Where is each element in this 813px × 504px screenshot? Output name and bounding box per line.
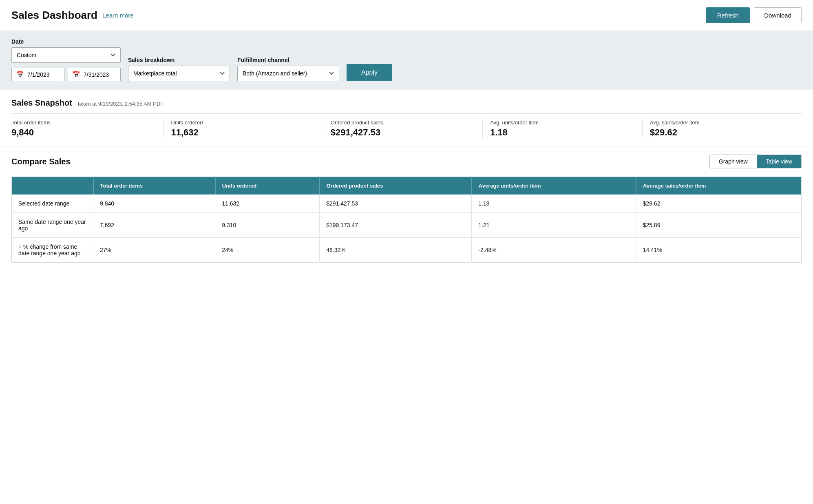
row-cell: -2.48% <box>472 238 636 263</box>
date-inputs: 📅 📅 <box>11 68 121 81</box>
table-header-col: Units ordered <box>215 177 320 195</box>
metric-label: Units ordered <box>171 119 315 126</box>
metric-value: $29.62 <box>650 127 794 138</box>
compare-section: Compare Sales Graph view Table view Tota… <box>0 146 813 274</box>
header-actions: Refresh Download <box>706 7 802 23</box>
view-toggle: Graph view Table view <box>709 155 802 168</box>
row-cell: $291,427.53 <box>320 195 472 213</box>
compare-table: Total order itemsUnits orderedOrdered pr… <box>11 177 802 263</box>
filter-row: Date Custom Today Yesterday Last 7 days … <box>11 38 802 81</box>
row-label: Selected date range <box>12 195 93 213</box>
graph-view-button[interactable]: Graph view <box>710 155 757 168</box>
metric-label: Ordered product sales <box>331 119 475 126</box>
snapshot-timestamp: taken at 9/19/2023, 2:54:35 AM PDT <box>78 101 163 107</box>
metric-item: Avg. units/order item 1.18 <box>490 119 642 138</box>
table-header-col: Ordered product sales <box>320 177 472 195</box>
snapshot-header: Sales Snapshot taken at 9/19/2023, 2:54:… <box>11 98 802 108</box>
row-cell: 24% <box>215 238 320 263</box>
metric-label: Avg. units/order item <box>490 119 634 126</box>
row-cell: 7,692 <box>93 213 215 238</box>
snapshot-section: Sales Snapshot taken at 9/19/2023, 2:54:… <box>0 90 813 146</box>
calendar-end-icon: 📅 <box>72 71 80 78</box>
sales-breakdown-group: Sales breakdown Marketplace total Amazon… <box>128 57 230 81</box>
row-cell: 1.21 <box>472 213 636 238</box>
row-cell: 1.18 <box>472 195 636 213</box>
date-filter-group: Date Custom Today Yesterday Last 7 days … <box>11 38 121 81</box>
snapshot-metrics: Total order items 9,840 Units ordered 11… <box>11 113 802 142</box>
page-header: Sales Dashboard Learn more Refresh Downl… <box>0 0 813 31</box>
date-select[interactable]: Custom Today Yesterday Last 7 days Last … <box>11 47 121 63</box>
end-date-wrap: 📅 <box>68 68 121 81</box>
filter-bar: Date Custom Today Yesterday Last 7 days … <box>0 31 813 90</box>
sales-breakdown-label: Sales breakdown <box>128 57 230 63</box>
fulfillment-label: Fulfillment channel <box>237 57 339 63</box>
table-row: + % change from same date range one year… <box>12 238 802 263</box>
metric-item: Ordered product sales $291,427.53 <box>331 119 483 138</box>
table-row: Same date range one year ago7,6929,310$1… <box>12 213 802 238</box>
row-cell: $199,173.47 <box>320 213 472 238</box>
row-cell: 46.32% <box>320 238 472 263</box>
table-header-col: Average sales/order item <box>636 177 801 195</box>
apply-button[interactable]: Apply <box>347 64 392 81</box>
refresh-button[interactable]: Refresh <box>706 7 750 23</box>
table-view-button[interactable]: Table view <box>757 155 801 168</box>
table-header-col: Total order items <box>93 177 215 195</box>
row-cell: $29.62 <box>636 195 801 213</box>
fulfillment-select[interactable]: Both (Amazon and seller) Amazon Seller <box>237 66 339 81</box>
table-header-col: Average units/order item <box>472 177 636 195</box>
learn-more-link[interactable]: Learn more <box>102 12 134 19</box>
row-label: + % change from same date range one year… <box>12 238 93 263</box>
row-cell: 11,632 <box>215 195 320 213</box>
calendar-start-icon: 📅 <box>16 71 24 78</box>
metric-label: Avg. sales/order item <box>650 119 794 126</box>
metric-label: Total order items <box>11 119 156 126</box>
metric-item: Total order items 9,840 <box>11 119 163 138</box>
snapshot-title: Sales Snapshot <box>11 98 72 108</box>
metric-value: 1.18 <box>490 127 634 138</box>
row-cell: $25.89 <box>636 213 801 238</box>
row-label: Same date range one year ago <box>12 213 93 238</box>
compare-header: Compare Sales Graph view Table view <box>11 155 802 168</box>
metric-value: $291,427.53 <box>331 127 475 138</box>
metric-value: 11,632 <box>171 127 315 138</box>
date-label: Date <box>11 38 121 45</box>
row-cell: 14.41% <box>636 238 801 263</box>
page-title: Sales Dashboard <box>11 9 97 22</box>
compare-title: Compare Sales <box>11 157 71 166</box>
metric-item: Units ordered 11,632 <box>171 119 323 138</box>
row-cell: 9,840 <box>93 195 215 213</box>
download-button[interactable]: Download <box>754 7 802 23</box>
row-cell: 9,310 <box>215 213 320 238</box>
metric-value: 9,840 <box>11 127 156 138</box>
table-header-empty <box>12 177 93 195</box>
row-cell: 27% <box>93 238 215 263</box>
metric-item: Avg. sales/order item $29.62 <box>650 119 802 138</box>
start-date-wrap: 📅 <box>11 68 64 81</box>
table-row: Selected date range9,84011,632$291,427.5… <box>12 195 802 213</box>
sales-breakdown-select[interactable]: Marketplace total Amazon Seller <box>128 66 230 81</box>
start-date-input[interactable] <box>27 71 60 78</box>
fulfillment-group: Fulfillment channel Both (Amazon and sel… <box>237 57 339 81</box>
end-date-input[interactable] <box>84 71 116 78</box>
